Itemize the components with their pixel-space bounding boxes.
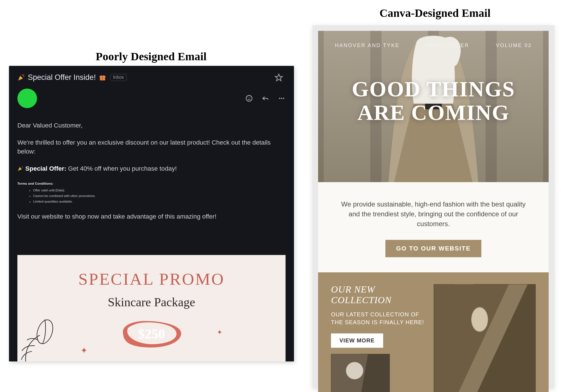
sparkle-icon: ✦	[217, 328, 222, 336]
offer-label: Special Offer:	[25, 165, 66, 172]
sender-avatar[interactable]	[17, 89, 37, 108]
svg-point-10	[281, 98, 282, 99]
party-popper-icon	[17, 74, 25, 81]
newsletter-label: NEWSLETTER	[426, 43, 469, 48]
go-to-website-button[interactable]: GO TO OUR WEBSITE	[385, 240, 481, 257]
svg-point-14	[34, 318, 56, 346]
star-icon[interactable]	[274, 73, 283, 82]
promo-price: $250	[119, 318, 184, 350]
svg-point-0	[23, 75, 24, 76]
promo-subheading: Skincare Package	[17, 295, 286, 309]
outro: Visit our website to shop now and take a…	[17, 212, 286, 221]
smiley-icon[interactable]	[245, 94, 253, 102]
terms-item: Cannot be combined with other promotions…	[33, 194, 286, 198]
collection-title: OUR NEW COLLECTION	[331, 284, 425, 305]
section-title-left: Poorly Designed Email	[0, 50, 302, 63]
reply-icon[interactable]	[261, 94, 269, 102]
terms-item: Offer valid until [Date].	[33, 188, 286, 193]
svg-point-7	[248, 98, 248, 98]
offer-text: Get 40% off when you purchase today!	[68, 165, 177, 172]
sender-actions	[245, 94, 286, 102]
svg-point-1	[24, 76, 24, 77]
sender-row	[17, 89, 286, 108]
svg-point-13	[22, 167, 23, 168]
terms-title: Terms and Conditions:	[17, 181, 286, 186]
hero-topbar: HANOVER AND TYKE NEWSLETTER VOLUME 02	[318, 31, 549, 48]
sparkle-icon: ✦	[81, 345, 88, 355]
intro: We're thrilled to offer you an exclusive…	[17, 138, 286, 156]
svg-point-9	[279, 98, 280, 99]
promo-heading: SPECIAL PROMO	[17, 270, 286, 289]
headline-line: GOOD THINGS	[352, 76, 515, 102]
svg-rect-4	[102, 76, 103, 80]
email-body: Dear Valued Customer, We're thrilled to …	[17, 121, 286, 221]
headline-line: ARE COMING	[352, 100, 515, 125]
collection-copy: OUR LATEST COLLECTION OF THE SEASON IS F…	[331, 310, 425, 326]
svg-marker-5	[275, 74, 282, 81]
section-title-right: Canva-Designed Email	[312, 6, 558, 20]
poor-email-panel: Special Offer Inside! Inbox	[9, 66, 294, 361]
svg-point-12	[22, 166, 22, 167]
party-popper-icon	[17, 165, 24, 171]
volume-label: VOLUME 02	[496, 43, 532, 48]
inbox-badge: Inbox	[110, 74, 127, 81]
gift-icon	[99, 74, 106, 81]
more-icon[interactable]	[278, 94, 286, 102]
offer-line: Special Offer: Get 40% off when you purc…	[17, 164, 286, 173]
svg-point-8	[250, 98, 250, 98]
greeting: Dear Valued Customer,	[17, 121, 286, 130]
collection-thumbnail-image	[331, 354, 390, 392]
email-subject: Special Offer Inside!	[28, 73, 96, 82]
promo-card: SPECIAL PROMO Skincare Package $250 ✦ ✦	[17, 255, 286, 361]
canva-email-panel: HANOVER AND TYKE NEWSLETTER VOLUME 02 GO…	[312, 25, 554, 388]
botanical-line-art-icon	[17, 310, 65, 361]
mid-copy: We provide sustainable, high-end fashion…	[341, 200, 526, 229]
collection-text-column: OUR NEW COLLECTION OUR LATEST COLLECTION…	[331, 284, 425, 392]
svg-point-6	[246, 96, 252, 101]
collection-main-image	[434, 284, 536, 392]
hero-headline: GOOD THINGS ARE COMING	[352, 76, 515, 125]
price-splash: $250	[119, 318, 184, 350]
terms-list: Offer valid until [Date]. Cannot be comb…	[17, 188, 286, 204]
svg-point-11	[283, 98, 284, 99]
mid-section: We provide sustainable, high-end fashion…	[318, 182, 549, 272]
terms-item: Limited quantities available.	[33, 199, 286, 204]
view-more-button[interactable]: VIEW MORE	[331, 333, 383, 348]
hero-section: HANOVER AND TYKE NEWSLETTER VOLUME 02 GO…	[318, 31, 549, 182]
email-subject-row: Special Offer Inside! Inbox	[17, 73, 286, 82]
brand-name: HANOVER AND TYKE	[335, 43, 400, 48]
collection-section: OUR NEW COLLECTION OUR LATEST COLLECTION…	[318, 272, 549, 392]
